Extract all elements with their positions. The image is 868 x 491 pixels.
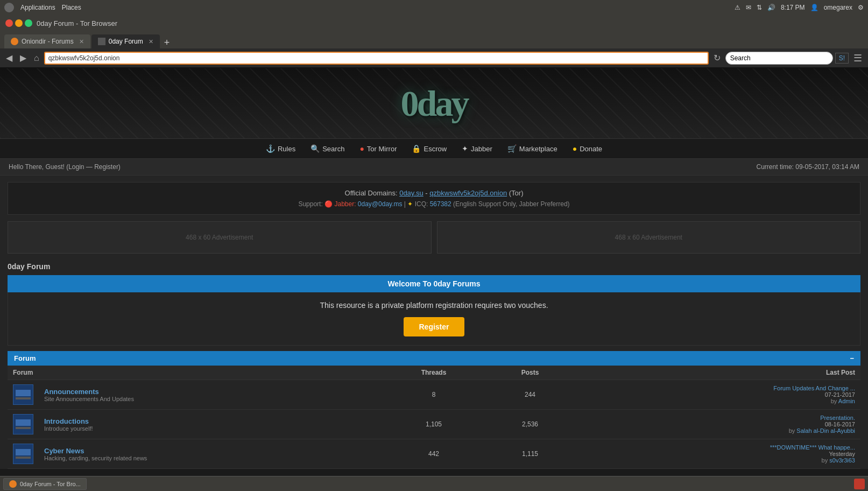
domains-label: Official Domains: [345,189,398,197]
forum-icon-bar [16,427,31,429]
last-post-by-label: by [831,398,838,404]
tab-label-0day: 0day Forum [109,38,143,45]
last-post-author-link[interactable]: Salah al-Din al-Ayubbi [796,427,855,434]
maximize-button[interactable] [25,19,32,27]
last-post-date: 08-16-2017 [578,421,855,427]
forum-name-desc: Announcements Site Announcements And Upd… [44,388,134,402]
forum-name-link[interactable]: Cyber News [44,447,147,455]
browser-title: 0day Forum - Tor Browser [37,19,117,27]
welcome-banner: Welcome To 0day Forums [8,275,860,292]
os-bar-left: Applications Places [4,3,81,12]
col-posts: Posts [488,366,573,380]
nav-search[interactable]: 🔍 Search [303,142,352,155]
nav-rules-label: Rules [278,145,295,153]
jabber-label: 🔴 Jabber: [324,200,356,208]
url-bar-container [44,52,709,65]
home-button[interactable]: ⌂ [31,52,42,64]
nav-marketplace[interactable]: 🛒 Marketplace [500,142,565,155]
jabber-label-text: Jabber: [334,200,356,208]
forum-name-desc: Introductions Introduce yourself! [44,417,93,432]
forum-table: Forum Threads Posts Last Post Announceme… [8,366,860,469]
last-post-title-link[interactable]: ***DOWNTIME*** What happe... [578,444,855,451]
close-button[interactable] [5,19,13,27]
jabber-value[interactable]: 0day@0day.ms [358,200,403,208]
browser-navbar: ◀ ▶ ⌂ ↻ S! ☰ [0,48,868,68]
onion-suffix: (Tor) [509,189,524,197]
tab-oniondir[interactable]: Oniondir - Forums ✕ [4,34,90,48]
forum-name-link[interactable]: Introductions [44,417,93,425]
tab-favicon-oniondir [11,38,18,45]
forum-collapse-button[interactable]: − [850,354,854,362]
col-threads: Threads [380,366,488,380]
back-button[interactable]: ◀ [3,52,15,64]
nav-escrow-label: Escrow [424,145,447,153]
forum-name-cell: Introductions Introduce yourself! [44,417,375,432]
support-label: Support: [298,200,322,208]
forum-name-desc-cell: Introductions Introduce yourself! [39,410,380,439]
greeting-text: Hello There, Guest! (Login — Register) [9,163,121,171]
forum-icon-cell [8,439,39,469]
new-tab-button[interactable]: + [161,37,173,48]
icq-value[interactable]: 567382 [430,200,451,208]
forum-posts-cell: 1,115 [488,439,573,469]
forum-icon-bar [16,397,31,399]
minimize-button[interactable] [15,19,23,27]
domains-box: Official Domains: 0day.su - qzbkwswfv5k2… [8,182,860,215]
last-post-by-line: by Salah al-Din al-Ayubbi [578,427,855,434]
col-forum: Forum [8,366,380,380]
nav-rules[interactable]: ⚓ Rules [258,142,303,155]
last-post-by-line: by s0v3r3i63 [578,457,855,464]
ad-box-1: 468 x 60 Advertisement [8,221,432,254]
lock-icon: 🔒 [412,144,421,153]
forum-table-header-row: Forum Threads Posts Last Post [8,366,860,380]
last-post-author-link[interactable]: s0v3r3i63 [829,457,855,464]
os-topbar: Applications Places ⚠ ✉ ⇅ 🔊 8:17 PM 👤 om… [0,0,868,15]
content-area: Hello There, Guest! (Login — Register) C… [0,159,868,469]
tab-close-0day[interactable]: ✕ [149,38,153,45]
forum-table-row: Announcements Site Announcements And Upd… [8,380,860,410]
os-places-menu[interactable]: Places [62,4,81,11]
domain-line: Official Domains: 0day.su - qzbkwswfv5k2… [15,189,853,197]
forum-section-title: Forum [14,354,36,362]
forum-posts-cell: 244 [488,380,573,410]
os-applications-menu[interactable]: Applications [20,4,55,11]
nav-escrow[interactable]: 🔒 Escrow [404,142,454,155]
tab-close-oniondir[interactable]: ✕ [79,38,84,45]
os-settings-icon[interactable]: ⚙ [858,4,864,11]
forum-lastpost-cell: Forum Updates And Change ... 07-21-2017 … [573,380,860,410]
forum-lastpost-cell: Presentation. 08-16-2017 by Salah al-Din… [573,410,860,439]
forum-icon-inner [16,390,31,396]
url-bar[interactable] [48,54,704,62]
nav-marketplace-label: Marketplace [519,145,558,153]
refresh-button[interactable]: ↻ [711,52,723,64]
forum-section: Forum − Forum Threads Posts Last Post [8,351,860,469]
last-post-date: 07-21-2017 [578,391,855,398]
last-post-author-link[interactable]: Admin [838,398,855,404]
browser-search-input[interactable] [730,54,828,62]
last-post-by-label: by [822,457,830,464]
last-post-title-link[interactable]: Forum Updates And Change ... [578,385,855,391]
register-button[interactable]: Register [404,317,464,336]
os-arrows-icon: ⇅ [757,4,762,11]
forum-name-link[interactable]: Announcements [44,388,134,396]
os-app-icon [4,3,14,12]
nav-donate[interactable]: ● Donate [565,142,610,155]
forum-threads-cell: 8 [380,380,488,410]
welcome-text: This resource is a private platform regi… [17,301,851,310]
jabber-icon: ✦ [462,144,468,153]
last-post-by-label: by [789,427,797,434]
last-post-title-link[interactable]: Presentation. [578,415,855,421]
s-icon-button[interactable]: S! [835,53,849,64]
browser-search-container [725,52,833,65]
clearnet-link[interactable]: 0day.su [399,189,424,197]
nav-tor-mirror[interactable]: ● Tor Mirror [352,142,404,155]
browser-menu-button[interactable]: ☰ [851,51,865,65]
last-post-by-line: by Admin [578,398,855,404]
forum-icon-bar [16,457,31,459]
tab-0day[interactable]: 0day Forum ✕ [91,34,160,48]
forward-button[interactable]: ▶ [17,52,29,64]
forum-icon-inner [16,449,31,455]
onion-link[interactable]: qzbkwswfv5k2oj5d.onion [429,189,507,197]
nav-jabber[interactable]: ✦ Jabber [454,142,500,155]
current-time-value: 09-05-2017, 03:14 AM [795,163,859,171]
